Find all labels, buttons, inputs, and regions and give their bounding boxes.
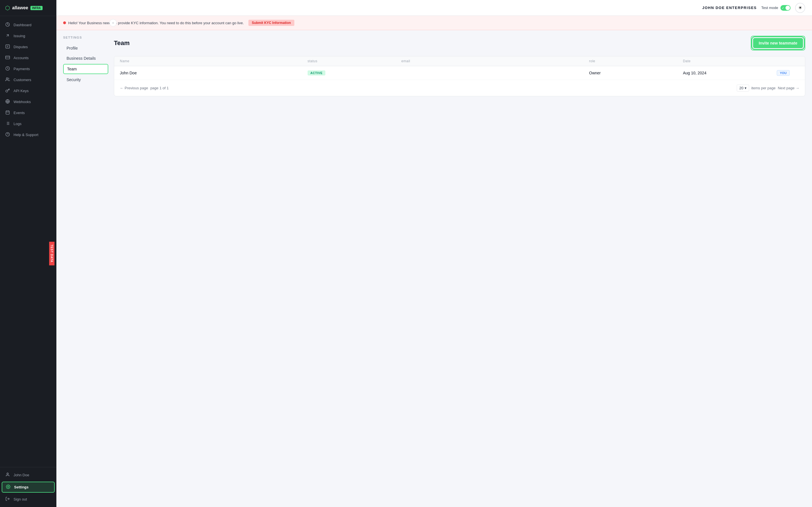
disputes-icon [5,44,10,50]
items-per-page-select[interactable]: 20 ▾ [737,84,749,92]
settings-nav-business-details[interactable]: Business Details [63,54,108,63]
cell-date: Aug 10, 2024 [683,71,777,75]
logo-badge: INFRA [31,6,43,10]
sidebar-item-logs[interactable]: Logs [0,118,56,129]
sidebar-bottom: John Doe Settings Sign out [0,467,56,507]
svg-rect-2 [6,56,10,59]
sidebar-item-dashboard[interactable]: Dashboard [0,19,56,31]
table-row: John Doe ACTIVE Owner Aug 10, 2024 YOU [114,66,805,80]
status-badge: ACTIVE [308,70,325,75]
logo: ⬡ allawee INFRA [0,0,56,16]
table-header: Name status email role Date [114,56,805,66]
header: JOHN DOE ENTERPRISES Test mode ✓ ☀ [56,0,812,16]
cell-you: YOU [777,70,799,76]
test-data-banner: TEST DATA [49,242,55,265]
svg-point-4 [6,78,8,79]
sidebar-item-events[interactable]: Events [0,107,56,118]
main-content: ‹ JOHN DOE ENTERPRISES Test mode ✓ ☀ Hel… [56,0,812,507]
user-icon [5,472,10,478]
sidebar-item-settings[interactable]: Settings [2,482,55,493]
you-badge: YOU [777,70,790,76]
pagination: ← Previous page page 1 of 1 20 ▾ items p… [114,80,805,96]
col-email: email [402,59,589,63]
previous-page-button[interactable]: ← Previous page [120,86,148,90]
help-icon [5,132,10,137]
col-date: Date [683,59,777,63]
customers-icon [5,77,10,82]
sidebar-item-issuing[interactable]: Issuing [0,31,56,41]
sidebar-item-disputes[interactable]: Disputes [0,41,56,52]
issuing-icon [5,33,10,39]
sidebar-item-sign-out[interactable]: Sign out [0,494,56,505]
settings-layout: SETTINGS Profile Business Details Team S… [56,30,812,507]
right-arrow-icon: → [796,86,799,90]
cell-status: ACTIVE [308,70,402,75]
team-content: Team Invite new teammate Name status ema… [114,36,805,500]
api-keys-icon [5,88,10,94]
sidebar-item-customers[interactable]: Customers [0,74,56,86]
sidebar-item-webhooks[interactable]: Webhooks [0,96,56,107]
pagination-left: ← Previous page page 1 of 1 [120,86,168,90]
col-status: status [308,59,402,63]
team-title: Team [114,40,130,47]
theme-toggle-button[interactable]: ☀ [795,3,805,13]
settings-nav-team[interactable]: Team [63,64,108,74]
sidebar: ⬡ allawee INFRA Dashboard Issuing Disput… [0,0,56,507]
settings-nav-profile[interactable]: Profile [63,44,108,53]
sidebar-item-payments[interactable]: Payments [0,63,56,74]
left-arrow-icon: ← [120,86,123,90]
main-nav: Dashboard Issuing Disputes Accounts Paym… [0,16,56,467]
test-mode-switch[interactable]: ✓ [780,5,791,11]
invite-teammate-button[interactable]: Invite new teammate [753,38,803,48]
cell-role: Owner [589,71,683,75]
submit-kyc-button[interactable]: Submit KYC Information [248,20,294,26]
svg-point-15 [8,486,9,487]
next-page-button[interactable]: Next page → [778,86,799,90]
sidebar-item-user[interactable]: John Doe [0,469,56,481]
kyc-dot [63,21,66,24]
sidebar-collapse-button[interactable]: ‹ [109,19,117,26]
svg-point-14 [7,473,8,474]
col-role: role [589,59,683,63]
logo-text: allawee [12,5,28,10]
team-header: Team Invite new teammate [114,36,805,50]
accounts-icon [5,55,10,61]
pagination-right: 20 ▾ items per page Next page → [737,84,799,92]
payments-icon [5,66,10,71]
webhooks-icon [5,99,10,105]
settings-icon [6,485,11,490]
settings-title: SETTINGS [63,36,108,39]
sidebar-item-api-keys[interactable]: API Keys [0,86,56,96]
svg-rect-1 [6,45,9,48]
col-badge [777,59,799,63]
sidebar-item-accounts[interactable]: Accounts [0,52,56,63]
test-mode-toggle[interactable]: Test mode ✓ [761,5,791,11]
settings-nav-security[interactable]: Security [63,75,108,84]
chevron-down-icon: ▾ [745,86,747,90]
events-icon [5,110,10,115]
dashboard-icon [5,22,10,27]
sign-out-icon [5,497,10,502]
logo-icon: ⬡ [5,4,10,11]
sidebar-item-help-support[interactable]: Help & Support [0,129,56,140]
settings-sidebar: SETTINGS Profile Business Details Team S… [63,36,114,500]
col-name: Name [120,59,308,63]
logs-icon [5,121,10,126]
cell-name: John Doe [120,71,308,75]
invite-btn-wrapper: Invite new teammate [751,36,805,50]
svg-rect-6 [6,111,9,114]
enterprise-name: JOHN DOE ENTERPRISES [702,6,757,10]
page-info: page 1 of 1 [150,86,168,90]
team-table: Name status email role Date John Doe ACT… [114,56,805,96]
kyc-banner: Hello! Your Business needs to provide KY… [56,16,812,30]
